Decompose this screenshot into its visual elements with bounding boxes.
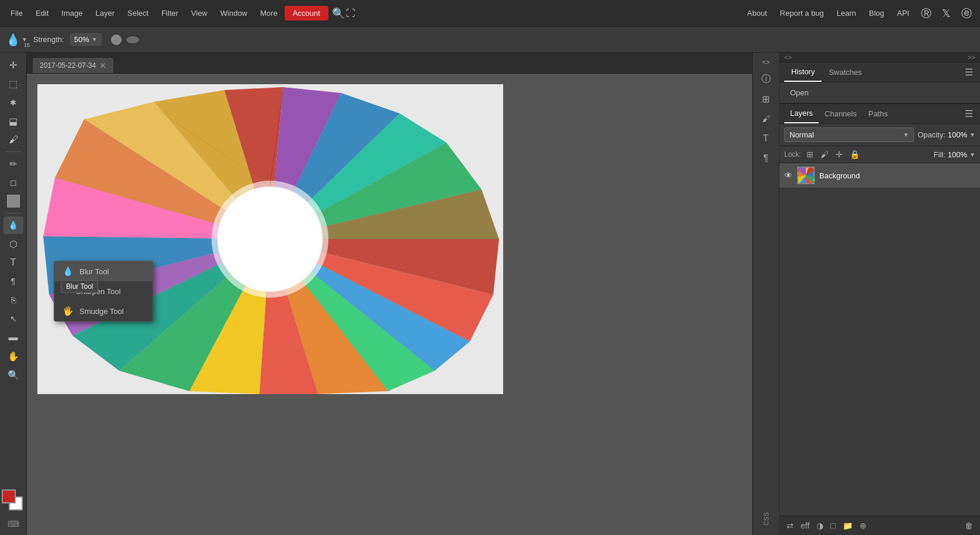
sharpen-icon: ✒ xyxy=(63,286,70,296)
tool-lasso[interactable]: ✱ xyxy=(4,94,23,111)
facebook-icon[interactable]: ⓔ xyxy=(958,4,975,23)
fill-label: Fill: xyxy=(934,150,946,159)
menu-layer[interactable]: Layer xyxy=(90,6,121,20)
menu-bar: File Edit Image Layer Select Filter View… xyxy=(0,0,980,27)
tool-blur-active[interactable]: 💧 xyxy=(4,216,23,234)
tool-paragraph[interactable]: ¶ xyxy=(4,272,23,290)
tool-paint[interactable]: 🖌 xyxy=(4,131,23,149)
brush-soft[interactable] xyxy=(126,36,139,43)
brush-panel-icon[interactable]: 🖌 xyxy=(759,111,774,126)
lock-transparency-icon[interactable]: ⊞ xyxy=(805,149,815,160)
layers-mode-row: Normal ▼ Opacity: 100% ▼ xyxy=(780,124,980,146)
tool-marquee[interactable]: ⬚ xyxy=(4,75,23,92)
fill-chevron[interactable]: ▼ xyxy=(969,151,975,158)
foreground-color[interactable] xyxy=(2,489,16,503)
layer-item-background[interactable]: 👁 Background xyxy=(780,163,980,188)
menu-api[interactable]: API xyxy=(892,6,914,20)
menu-report-bug[interactable]: Report a bug xyxy=(775,6,829,20)
tool-zoom[interactable]: 🔍 xyxy=(4,366,23,384)
opacity-chevron[interactable]: ▼ xyxy=(969,132,975,138)
tool-brush[interactable]: ✏ xyxy=(4,155,23,172)
layer-mask-btn[interactable]: ◑ xyxy=(814,520,826,531)
tab-history[interactable]: History xyxy=(784,63,822,82)
context-menu-item-smudge[interactable]: 🖐 Smudge Tool xyxy=(54,301,153,321)
menu-window[interactable]: Window xyxy=(214,6,253,20)
twitter-icon[interactable]: 𝕏 xyxy=(939,5,954,22)
menu-more[interactable]: More xyxy=(254,6,283,20)
menu-view[interactable]: View xyxy=(185,6,213,20)
tab-image[interactable]: 2017-05-22-07-34 ✕ xyxy=(33,58,113,73)
brush-presets xyxy=(111,34,139,45)
link-layers-btn[interactable]: ⇄ xyxy=(784,520,796,531)
add-layer-btn[interactable]: ⊕ xyxy=(857,520,869,531)
menu-image[interactable]: Image xyxy=(56,6,88,20)
layer-mode-chevron: ▼ xyxy=(903,132,909,138)
tool-text[interactable]: T xyxy=(4,254,23,271)
context-menu-item-blur[interactable]: 💧 Blur Tool xyxy=(54,261,153,281)
menu-account[interactable]: Account xyxy=(285,6,328,20)
layer-effects-btn[interactable]: eff xyxy=(798,520,812,531)
text-panel-icon[interactable]: T xyxy=(759,131,774,146)
tool-shape[interactable]: ▬ xyxy=(4,329,23,346)
svg-point-49 xyxy=(220,189,320,289)
tab-layers[interactable]: Layers xyxy=(784,104,819,123)
panel-collapse-btn-left[interactable]: <> xyxy=(784,54,792,61)
menu-blog[interactable]: Blog xyxy=(864,6,889,20)
layer-visibility-icon[interactable]: 👁 xyxy=(784,171,792,180)
tab-swatches[interactable]: Swatches xyxy=(822,63,868,81)
panel-collapse-btn-right[interactable]: >> xyxy=(968,54,975,61)
context-menu-blur-label: Blur Tool xyxy=(79,267,109,276)
layers-bottom-bar: ⇄ eff ◑ □ 📁 ⊕ 🗑 xyxy=(780,516,980,535)
adjustments-icon[interactable]: ⊞ xyxy=(759,91,774,106)
tab-paths[interactable]: Paths xyxy=(863,105,894,123)
lock-paint-icon[interactable]: 🖌 xyxy=(819,149,830,160)
menu-learn[interactable]: Learn xyxy=(832,6,861,20)
smudge-icon: 🖐 xyxy=(63,306,74,316)
layers-menu-icon[interactable]: ☰ xyxy=(962,106,975,122)
menu-select[interactable]: Select xyxy=(122,6,154,20)
pencil-art xyxy=(37,84,503,394)
search-icon[interactable]: 🔍 xyxy=(332,7,345,20)
lock-move-icon[interactable]: ✛ xyxy=(834,149,844,160)
info-icon[interactable]: ⓘ xyxy=(759,71,774,87)
blur-icon: 💧 xyxy=(63,266,74,277)
tab-label: 2017-05-22-07-34 xyxy=(40,61,96,70)
history-item-open[interactable]: Open xyxy=(787,86,973,99)
tool-clone[interactable]: ⎘ xyxy=(4,291,23,309)
right-panel-main: <> >> History Swatches ☰ Open xyxy=(780,53,980,535)
css-panel-label[interactable]: CSS xyxy=(763,508,770,530)
menu-edit[interactable]: Edit xyxy=(30,6,54,20)
brush-hard[interactable] xyxy=(111,34,122,45)
tool-move[interactable]: ✛ xyxy=(4,56,23,74)
context-menu-item-sharpen[interactable]: ✒ Sharpen Tool xyxy=(54,281,153,301)
tool-sharpen[interactable]: ⬡ xyxy=(4,235,23,253)
fullscreen-icon[interactable]: ⛶ xyxy=(346,8,355,19)
panel-collapse-left[interactable]: <> xyxy=(761,57,771,67)
tool-transform[interactable]: ⬓ xyxy=(4,112,23,130)
new-group-btn[interactable]: □ xyxy=(828,520,837,531)
history-content: Open xyxy=(780,82,980,103)
tab-close[interactable]: ✕ xyxy=(99,61,106,70)
panel-menu-icon[interactable]: ☰ xyxy=(962,64,975,80)
tool-hand[interactable]: ✋ xyxy=(4,347,23,365)
new-layer-btn[interactable]: 📁 xyxy=(840,520,855,531)
tool-eraser[interactable]: ◻ xyxy=(4,174,23,191)
lock-all-icon[interactable]: 🔒 xyxy=(848,149,861,160)
layer-mode-dropdown[interactable]: Normal ▼ xyxy=(784,127,914,142)
delete-layer-btn[interactable]: 🗑 xyxy=(962,520,975,531)
menu-file[interactable]: File xyxy=(5,6,29,20)
menu-about[interactable]: About xyxy=(743,6,772,20)
panel-top-controls: <> >> xyxy=(780,53,980,63)
tab-channels[interactable]: Channels xyxy=(819,105,863,123)
left-sidebar: ✛ ⬚ ✱ ⬓ 🖌 ✏ ◻ 💧 ⬡ T ¶ ⎘ ↖ ▬ ✋ 🔍 xyxy=(0,53,27,535)
strength-dropdown[interactable]: 50% ▼ xyxy=(70,33,102,46)
paragraph-panel-icon[interactable]: ¶ xyxy=(759,151,774,166)
layer-mode-label: Normal xyxy=(789,130,814,139)
opacity-value: 100% xyxy=(948,130,967,139)
color-swatch-area xyxy=(2,489,25,513)
keyboard-shortcuts-icon[interactable]: ⌨ xyxy=(4,516,23,531)
tool-select-arrow[interactable]: ↖ xyxy=(4,310,23,327)
menu-filter[interactable]: Filter xyxy=(155,6,184,20)
reddit-icon[interactable]: Ⓡ xyxy=(917,4,935,23)
foreground-bg-indicator xyxy=(4,192,23,210)
